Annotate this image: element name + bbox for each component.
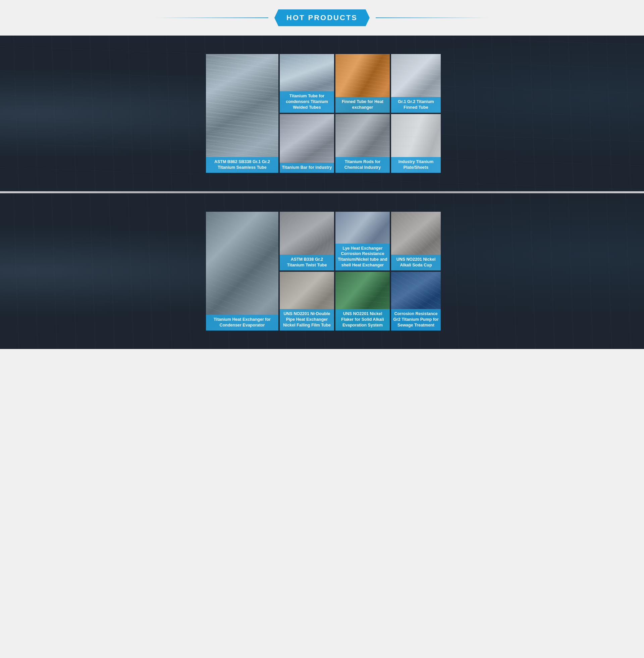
product-gr-titanium-finned[interactable]: Gr.1 Gr.2 Titanium Finned Tube (391, 54, 441, 113)
header-line-left (154, 18, 268, 18)
product-heat-exchanger-condenser[interactable]: Titanium Heat Exchanger for Condenser Ev… (206, 212, 278, 331)
product-nickel-flaker[interactable]: UNS NO2201 Nickel Flaker for Solid Alkal… (336, 272, 390, 331)
section1-content: ASTM B862 SB338 Gr.1 Gr.2 Titanium Seaml… (0, 36, 644, 191)
product-industry-titanium-plate[interactable]: Industry Titanium Plate/Sheets (391, 114, 441, 173)
product-label-alkali-cup: UNS NO2201 Nickel Alkali Soda Cup (391, 255, 441, 270)
product-finned-tube-heat[interactable]: Finned Tube for Heat exchanger (336, 54, 390, 113)
product-titanium-pump[interactable]: Corrosion Resistance Gr2 Titanium Pump f… (391, 272, 441, 331)
product-titanium-bar-industry[interactable]: Titanium Bar for industry (280, 114, 334, 173)
product-label-industry-titanium-plate: Industry Titanium Plate/Sheets (391, 157, 441, 173)
section2-product-grid: Titanium Heat Exchanger for Condenser Ev… (206, 212, 438, 331)
product-lye-heat-exchanger[interactable]: Lye Heat Exchanger Corrosion Resistance … (336, 212, 390, 270)
product-label-titanium-seamless-tube: ASTM B862 SB338 Gr.1 Gr.2 Titanium Seaml… (206, 157, 278, 173)
section1-wrap: ASTM B862 SB338 Gr.1 Gr.2 Titanium Seaml… (0, 36, 644, 191)
product-label-titanium-tube-condenser: Titanium Tube for condensers Titanium We… (280, 91, 334, 113)
section2-content: Titanium Heat Exchanger for Condenser Ev… (0, 193, 644, 349)
product-label-lye-heat-exchanger: Lye Heat Exchanger Corrosion Resistance … (336, 244, 390, 271)
product-titanium-rods-chemical[interactable]: Titanium Rods for Chemical Industry (336, 114, 390, 173)
product-titanium-seamless-tube[interactable]: ASTM B862 SB338 Gr.1 Gr.2 Titanium Seaml… (206, 54, 278, 173)
product-titanium-tube-condenser[interactable]: Titanium Tube for condensers Titanium We… (280, 54, 334, 113)
product-label-titanium-bar-industry: Titanium Bar for industry (280, 163, 334, 173)
product-label-titanium-pump: Corrosion Resistance Gr2 Titanium Pump f… (391, 309, 441, 331)
product-label-ni-double-pipe: UNS NO2201 Ni-Double Pipe Heat Exchanger… (280, 309, 334, 331)
hot-products-header: HOT PRODUCTS (0, 0, 644, 36)
section1-product-grid: ASTM B862 SB338 Gr.1 Gr.2 Titanium Seaml… (206, 54, 438, 173)
section2-wrap: Titanium Heat Exchanger for Condenser Ev… (0, 193, 644, 349)
product-alkali-cup[interactable]: UNS NO2201 Nickel Alkali Soda Cup (391, 212, 441, 270)
product-label-heat-exchanger-condenser: Titanium Heat Exchanger for Condenser Ev… (206, 315, 278, 331)
product-label-finned-tube-heat: Finned Tube for Heat exchanger (336, 97, 390, 113)
product-label-titanium-rods-chemical: Titanium Rods for Chemical Industry (336, 157, 390, 173)
hot-products-badge: HOT PRODUCTS (274, 9, 370, 26)
product-twist-tube[interactable]: ASTM B338 Gr.2 Titanium Twist Tube (280, 212, 334, 270)
product-ni-double-pipe[interactable]: UNS NO2201 Ni-Double Pipe Heat Exchanger… (280, 272, 334, 331)
header-line-right (376, 18, 490, 18)
product-label-gr-titanium-finned: Gr.1 Gr.2 Titanium Finned Tube (391, 97, 441, 113)
product-label-twist-tube: ASTM B338 Gr.2 Titanium Twist Tube (280, 255, 334, 270)
product-label-nickel-flaker: UNS NO2201 Nickel Flaker for Solid Alkal… (336, 309, 390, 331)
